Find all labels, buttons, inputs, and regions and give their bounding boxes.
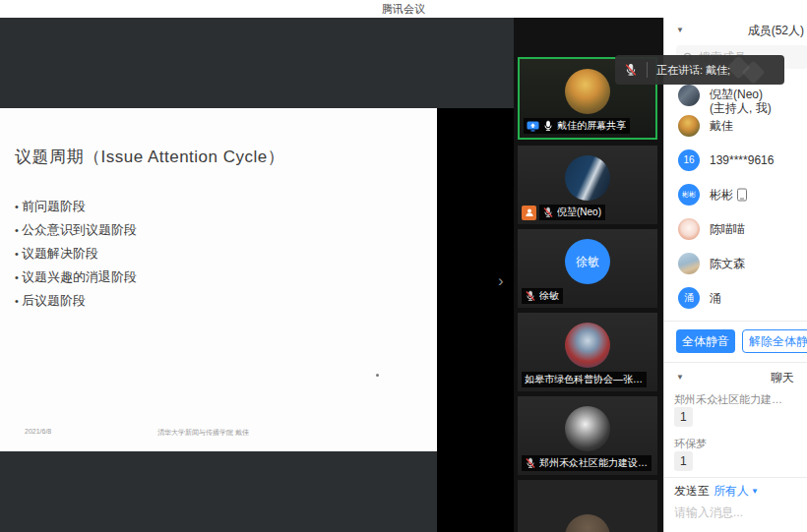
- host-badge-icon: [522, 206, 536, 220]
- member-row[interactable]: 涌 涌: [664, 280, 807, 315]
- avatar: [678, 115, 700, 137]
- slide-title: 议题周期（Issue Attention Cycle）: [15, 146, 284, 168]
- mic-muted-icon: [525, 457, 536, 469]
- member-row[interactable]: 陈喵喵: [664, 211, 807, 246]
- unmute-all-button[interactable]: 解除全体静音: [742, 329, 807, 353]
- video-tile[interactable]: [518, 480, 657, 532]
- slide-bullet-list: 前问题阶段 公众意识到议题阶段 议题解决阶段 议题兴趣的消退阶段 后议题阶段: [15, 195, 137, 313]
- mobile-device-icon: [737, 188, 747, 201]
- member-name: 陈喵喵: [710, 220, 745, 237]
- window-title: 腾讯会议: [0, 0, 807, 18]
- divider: [647, 62, 648, 78]
- avatar: 徐敏: [565, 239, 610, 284]
- video-tile[interactable]: 如皋市绿色科普协会—张…: [518, 313, 657, 391]
- presentation-slide: 议题周期（Issue Attention Cycle） 前问题阶段 公众意识到议…: [0, 108, 437, 451]
- chevron-right-icon[interactable]: ›: [498, 271, 504, 291]
- member-name: 139****9616: [710, 153, 774, 167]
- avatar: [678, 253, 700, 274]
- side-panel: ▼ 成员(52人) 倪堃(Neo) (主持人, 我) 戴佳 16 139****…: [663, 18, 807, 532]
- divider: [664, 477, 807, 478]
- speaking-toast-text: 正在讲话: 戴佳;: [656, 63, 730, 78]
- chevron-down-icon: ▼: [751, 487, 759, 496]
- tile-name: 如皋市绿色科普协会—张…: [525, 373, 643, 386]
- video-tile[interactable]: 倪堃(Neo): [518, 146, 657, 224]
- member-row[interactable]: 陈文森: [664, 246, 807, 280]
- slide-bullet: 前问题阶段: [15, 195, 137, 218]
- slide-footer-credit: 清华大学新闻与传播学院 戴佳: [157, 428, 249, 438]
- avatar: 彬彬: [678, 184, 700, 206]
- members-panel-title: 成员(52人): [748, 23, 804, 39]
- mic-muted-icon: [542, 207, 554, 218]
- send-to-dropdown[interactable]: 所有人 ▼: [714, 483, 759, 500]
- send-to-value: 所有人: [714, 483, 749, 500]
- avatar: [565, 69, 610, 114]
- send-to-label: 发送至: [674, 483, 710, 500]
- chat-message-input[interactable]: [674, 505, 802, 519]
- avatar: 涌: [678, 287, 700, 309]
- avatar: 16: [678, 149, 700, 171]
- tile-name: 徐敏: [539, 289, 559, 303]
- screen-black-region: [437, 108, 514, 532]
- tile-name: 倪堃(Neo): [557, 206, 601, 219]
- video-tile[interactable]: 徐敏 徐敏: [518, 229, 657, 308]
- send-to-row: 发送至 所有人 ▼: [674, 483, 759, 500]
- avatar: [565, 323, 610, 368]
- tile-name: 郑州禾众社区能力建设…: [539, 456, 648, 470]
- chat-sender: 郑州禾众社区能力建…: [674, 392, 782, 407]
- chat-sender: 环保梦: [674, 437, 707, 451]
- divider: [664, 362, 807, 363]
- mute-all-button[interactable]: 全体静音: [676, 329, 735, 353]
- slide-bullet: 公众意识到议题阶段: [15, 218, 137, 242]
- member-row[interactable]: 16 139****9616: [664, 143, 807, 177]
- mic-muted-icon: [525, 290, 536, 302]
- slide-bullet: 议题解决阶段: [15, 242, 137, 266]
- chat-collapse-icon[interactable]: ▼: [676, 373, 684, 382]
- avatar: [678, 218, 700, 240]
- avatar: [565, 514, 610, 532]
- slide-footer-date: 2021/6/8: [25, 428, 51, 435]
- member-row[interactable]: 戴佳: [664, 108, 807, 143]
- mic-on-icon: [542, 120, 554, 132]
- speaking-toast: 正在讲话: 戴佳;: [615, 55, 784, 85]
- shared-screen-area: 议题周期（Issue Attention Cycle） 前问题阶段 公众意识到议…: [0, 18, 514, 532]
- avatar: [678, 85, 700, 106]
- screen-share-icon: [527, 121, 539, 132]
- member-row[interactable]: 彬彬 彬彬: [664, 177, 807, 211]
- slide-bullet: 后议题阶段: [15, 289, 137, 313]
- video-tile[interactable]: 郑州禾众社区能力建设…: [518, 396, 657, 475]
- member-name: 陈文森: [710, 255, 745, 271]
- divider: [664, 321, 807, 322]
- chat-message: 1: [674, 451, 693, 471]
- video-strip: 戴佳的屏幕共享 倪堃(Neo) 徐敏: [514, 18, 663, 532]
- slide-bullet: 议题兴趣的消退阶段: [15, 266, 137, 289]
- member-name: 戴佳: [710, 117, 733, 134]
- avatar: [565, 406, 610, 451]
- chat-panel-title: 聊天: [771, 370, 794, 386]
- member-name: 涌: [710, 289, 721, 306]
- member-name: 彬彬: [710, 186, 733, 203]
- avatar: [565, 155, 610, 201]
- chat-message: 1: [674, 407, 693, 427]
- tile-name: 戴佳的屏幕共享: [557, 119, 626, 133]
- members-collapse-icon[interactable]: ▼: [676, 26, 684, 34]
- mic-muted-icon: [624, 63, 638, 77]
- pointer-dot: [376, 374, 379, 377]
